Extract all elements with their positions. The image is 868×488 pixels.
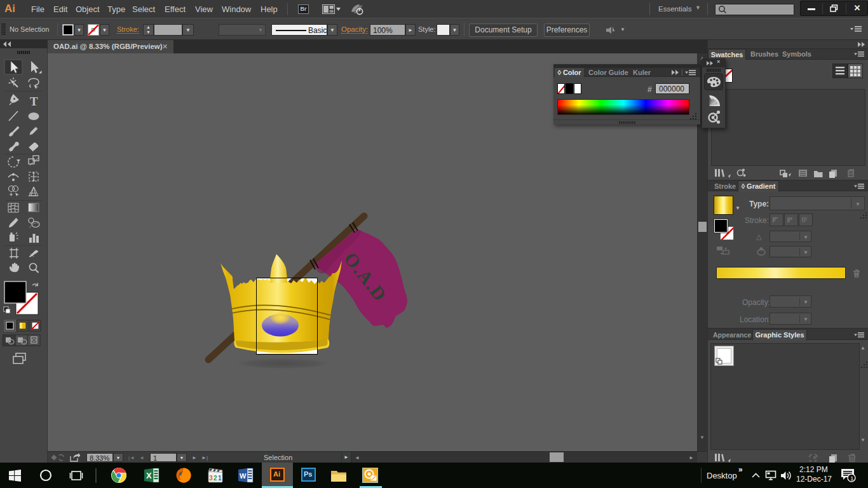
svg-text:3: 3 <box>209 475 213 482</box>
svg-text:1: 1 <box>850 475 853 482</box>
svg-text:W: W <box>240 472 247 480</box>
svg-text:1: 1 <box>218 475 222 482</box>
svg-text:X: X <box>146 471 152 480</box>
svg-text:2: 2 <box>214 475 217 482</box>
svg-text:T: T <box>30 95 38 108</box>
